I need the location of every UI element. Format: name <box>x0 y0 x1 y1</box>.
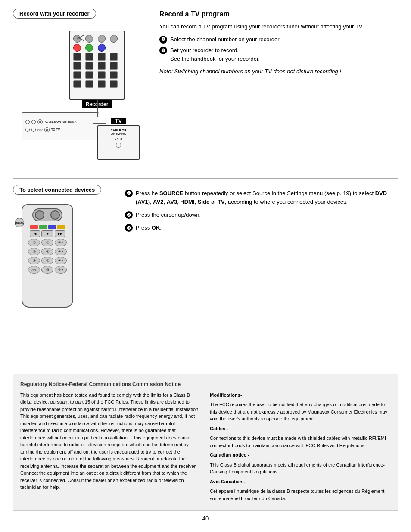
diagram-area: Recorder CABLE OR ANTENNA <box>13 26 142 160</box>
regulatory-left-col: This equipment has been tested and found… <box>20 392 201 505</box>
reg-cables-text: Connections to this device must be made … <box>210 435 391 449</box>
reg-modifications-title: Modifications- <box>210 392 391 399</box>
record-steps: ❶ Select the channel number on your reco… <box>159 35 398 63</box>
record-title: Record a TV program <box>159 10 398 18</box>
select-step-2: ❷ Press the cursor up/down. <box>125 211 398 219</box>
page-number: 40 <box>13 515 398 522</box>
select-step-num-2: ❷ <box>125 211 133 219</box>
cable-antenna-label-top: CABLE OR ANTENNA <box>45 120 76 124</box>
reg-avis-text: Cet appareil numérique de la classe B re… <box>210 488 391 502</box>
vcr-input-block: CABLE OR ANTENNA VEO TO TV <box>22 112 99 140</box>
to-tv-label: TO TV <box>51 128 60 131</box>
tv-label: TV <box>111 118 126 124</box>
section-divider <box>13 178 398 179</box>
record-step-1: ❶ Select the channel number on your reco… <box>159 35 398 44</box>
select-step-3-text: Press OK. <box>136 224 162 232</box>
select-step-num-1: ❶ <box>125 190 133 197</box>
step-num-1: ❶ <box>159 36 167 44</box>
recorder-device: Recorder <box>69 31 125 100</box>
regulatory-section: Regulatory Notices-Federal Communication… <box>13 374 398 511</box>
tv-device: TV CABLE ORANTENNA 75 Ω <box>97 125 140 160</box>
select-step-1-text: Press he SOURCE button repeatedly or sel… <box>136 189 398 206</box>
record-section-label: Record with your recorder <box>13 9 96 19</box>
record-info: Record a TV program You can record a TV … <box>146 9 398 160</box>
ohm-label: 75 Ω <box>115 137 122 141</box>
cable-antenna-label-tv: CABLE ORANTENNA <box>111 129 127 136</box>
step-num-2: ❷ <box>159 47 167 54</box>
reg-cables-title: Cables - <box>210 425 391 432</box>
record-note: Note: Switching channel numbers on your … <box>159 67 398 76</box>
tv-port <box>116 143 121 148</box>
select-steps: ❶ Press he SOURCE button repeatedly or s… <box>112 185 398 308</box>
record-step-2: ❷ Set your recorder to record.See the ha… <box>159 46 398 63</box>
remote-control: SOURCE <box>22 204 73 308</box>
select-section-label: To select connected devices <box>13 185 101 195</box>
select-step-3: ❸ Press OK. <box>125 224 398 232</box>
reg-canadian-title: Canadian notice - <box>210 451 391 459</box>
regulatory-right-col: Modifications- The FCC requires the user… <box>210 392 391 505</box>
record-intro: You can record a TV program using your r… <box>159 22 398 31</box>
reg-avis-title: Avis Canadien - <box>210 478 391 485</box>
record-step-2-text: Set your recorder to record.See the hand… <box>170 46 260 63</box>
regulatory-left-text: This equipment has been tested and found… <box>20 392 201 491</box>
select-step-1: ❶ Press he SOURCE button repeatedly or s… <box>125 189 398 206</box>
source-button: SOURCE <box>15 218 24 227</box>
reg-canadian-text: This Class B digital apparatus meets all… <box>210 461 391 476</box>
regulatory-title: Regulatory Notices-Federal Communication… <box>20 380 391 388</box>
select-step-num-3: ❸ <box>125 224 133 232</box>
remote-diagram: SOURCE <box>13 204 112 308</box>
reg-modifications-text: The FCC requires the user to be notified… <box>210 401 391 423</box>
record-step-1-text: Select the channel number on your record… <box>170 35 281 44</box>
select-step-2-text: Press the cursor up/down. <box>136 211 201 219</box>
